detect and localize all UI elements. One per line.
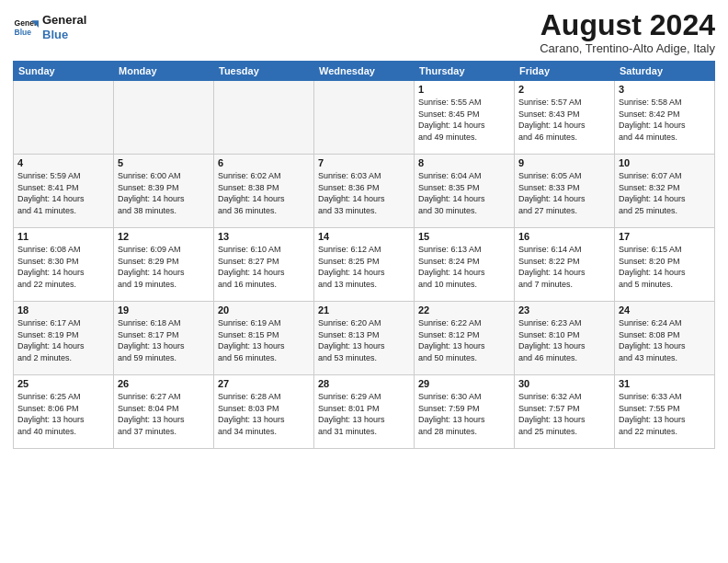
logo-icon: General Blue — [13, 15, 39, 40]
calendar-cell: 14Sunrise: 6:12 AM Sunset: 8:25 PM Dayli… — [314, 228, 415, 302]
calendar-cell: 28Sunrise: 6:29 AM Sunset: 8:01 PM Dayli… — [314, 375, 415, 449]
calendar-cell: 3Sunrise: 5:58 AM Sunset: 8:42 PM Daylig… — [615, 81, 715, 155]
weekday-header-monday: Monday — [114, 62, 214, 81]
day-number: 1 — [418, 84, 510, 95]
weekday-header-saturday: Saturday — [615, 62, 715, 81]
day-number: 31 — [619, 378, 711, 389]
day-info: Sunrise: 6:20 AM Sunset: 8:13 PM Dayligh… — [318, 317, 410, 363]
day-info: Sunrise: 6:15 AM Sunset: 8:20 PM Dayligh… — [619, 244, 711, 290]
page-header: General Blue General Blue August 2024 Ca… — [13, 9, 715, 55]
day-number: 28 — [318, 378, 410, 389]
day-number: 7 — [318, 157, 410, 168]
calendar-cell: 4Sunrise: 5:59 AM Sunset: 8:41 PM Daylig… — [14, 155, 114, 228]
calendar-cell: 22Sunrise: 6:22 AM Sunset: 8:12 PM Dayli… — [415, 302, 515, 375]
calendar-cell: 24Sunrise: 6:24 AM Sunset: 8:08 PM Dayli… — [615, 302, 715, 375]
logo-general: General — [42, 13, 86, 28]
day-number: 20 — [218, 304, 310, 316]
day-number: 10 — [619, 157, 711, 168]
day-info: Sunrise: 6:27 AM Sunset: 8:04 PM Dayligh… — [118, 391, 210, 437]
day-number: 24 — [619, 304, 711, 316]
location-subtitle: Carano, Trentino-Alto Adige, Italy — [540, 41, 715, 55]
day-info: Sunrise: 6:10 AM Sunset: 8:27 PM Dayligh… — [218, 244, 310, 290]
calendar-cell — [314, 81, 415, 155]
day-info: Sunrise: 6:07 AM Sunset: 8:32 PM Dayligh… — [619, 170, 711, 216]
svg-text:Blue: Blue — [15, 27, 32, 36]
day-info: Sunrise: 6:04 AM Sunset: 8:35 PM Dayligh… — [418, 170, 510, 216]
calendar-cell: 8Sunrise: 6:04 AM Sunset: 8:35 PM Daylig… — [415, 155, 515, 228]
calendar-cell — [14, 81, 114, 155]
calendar-week-5: 25Sunrise: 6:25 AM Sunset: 8:06 PM Dayli… — [14, 375, 715, 449]
day-number: 3 — [619, 84, 711, 95]
day-info: Sunrise: 6:22 AM Sunset: 8:12 PM Dayligh… — [418, 317, 510, 363]
calendar-cell: 7Sunrise: 6:03 AM Sunset: 8:36 PM Daylig… — [314, 155, 415, 228]
day-number: 22 — [418, 304, 510, 316]
logo: General Blue General Blue — [13, 13, 86, 41]
calendar-cell: 20Sunrise: 6:19 AM Sunset: 8:15 PM Dayli… — [214, 302, 314, 375]
day-number: 5 — [118, 157, 210, 168]
calendar-cell: 23Sunrise: 6:23 AM Sunset: 8:10 PM Dayli… — [515, 302, 615, 375]
day-info: Sunrise: 6:00 AM Sunset: 8:39 PM Dayligh… — [118, 170, 210, 216]
day-number: 25 — [17, 378, 109, 389]
weekday-header-sunday: Sunday — [14, 62, 114, 81]
calendar-cell: 6Sunrise: 6:02 AM Sunset: 8:38 PM Daylig… — [214, 155, 314, 228]
calendar-cell: 13Sunrise: 6:10 AM Sunset: 8:27 PM Dayli… — [214, 228, 314, 302]
day-number: 29 — [418, 378, 510, 389]
calendar-cell: 17Sunrise: 6:15 AM Sunset: 8:20 PM Dayli… — [615, 228, 715, 302]
weekday-header-wednesday: Wednesday — [314, 62, 415, 81]
calendar-cell: 21Sunrise: 6:20 AM Sunset: 8:13 PM Dayli… — [314, 302, 415, 375]
calendar-cell — [114, 81, 214, 155]
day-info: Sunrise: 6:03 AM Sunset: 8:36 PM Dayligh… — [318, 170, 410, 216]
day-info: Sunrise: 6:09 AM Sunset: 8:29 PM Dayligh… — [118, 244, 210, 290]
calendar-cell: 1Sunrise: 5:55 AM Sunset: 8:45 PM Daylig… — [415, 81, 515, 155]
day-number: 17 — [619, 231, 711, 242]
day-number: 19 — [118, 304, 210, 316]
calendar-cell: 25Sunrise: 6:25 AM Sunset: 8:06 PM Dayli… — [14, 375, 114, 449]
calendar-cell: 10Sunrise: 6:07 AM Sunset: 8:32 PM Dayli… — [615, 155, 715, 228]
day-info: Sunrise: 6:08 AM Sunset: 8:30 PM Dayligh… — [17, 244, 109, 290]
weekday-header-thursday: Thursday — [415, 62, 515, 81]
calendar-week-1: 1Sunrise: 5:55 AM Sunset: 8:45 PM Daylig… — [14, 81, 715, 155]
calendar-cell: 15Sunrise: 6:13 AM Sunset: 8:24 PM Dayli… — [415, 228, 515, 302]
day-info: Sunrise: 5:58 AM Sunset: 8:42 PM Dayligh… — [619, 97, 711, 143]
day-info: Sunrise: 6:24 AM Sunset: 8:08 PM Dayligh… — [619, 317, 711, 363]
calendar-week-3: 11Sunrise: 6:08 AM Sunset: 8:30 PM Dayli… — [14, 228, 715, 302]
day-number: 23 — [518, 304, 610, 316]
day-info: Sunrise: 5:59 AM Sunset: 8:41 PM Dayligh… — [17, 170, 109, 216]
day-number: 9 — [518, 157, 610, 168]
day-number: 30 — [518, 378, 610, 389]
calendar-week-4: 18Sunrise: 6:17 AM Sunset: 8:19 PM Dayli… — [14, 302, 715, 375]
day-number: 14 — [318, 231, 410, 242]
weekday-header-row: SundayMondayTuesdayWednesdayThursdayFrid… — [14, 62, 715, 81]
day-info: Sunrise: 6:02 AM Sunset: 8:38 PM Dayligh… — [218, 170, 310, 216]
calendar-cell: 29Sunrise: 6:30 AM Sunset: 7:59 PM Dayli… — [415, 375, 515, 449]
calendar-week-2: 4Sunrise: 5:59 AM Sunset: 8:41 PM Daylig… — [14, 155, 715, 228]
calendar-cell: 18Sunrise: 6:17 AM Sunset: 8:19 PM Dayli… — [14, 302, 114, 375]
month-year-title: August 2024 — [540, 9, 715, 41]
day-info: Sunrise: 6:13 AM Sunset: 8:24 PM Dayligh… — [418, 244, 510, 290]
calendar-cell: 26Sunrise: 6:27 AM Sunset: 8:04 PM Dayli… — [114, 375, 214, 449]
calendar-cell: 31Sunrise: 6:33 AM Sunset: 7:55 PM Dayli… — [615, 375, 715, 449]
day-number: 2 — [518, 84, 610, 95]
day-info: Sunrise: 6:25 AM Sunset: 8:06 PM Dayligh… — [17, 391, 109, 437]
calendar-cell: 2Sunrise: 5:57 AM Sunset: 8:43 PM Daylig… — [515, 81, 615, 155]
calendar-cell: 27Sunrise: 6:28 AM Sunset: 8:03 PM Dayli… — [214, 375, 314, 449]
weekday-header-tuesday: Tuesday — [214, 62, 314, 81]
calendar-cell: 16Sunrise: 6:14 AM Sunset: 8:22 PM Dayli… — [515, 228, 615, 302]
day-number: 27 — [218, 378, 310, 389]
day-number: 16 — [518, 231, 610, 242]
day-number: 15 — [418, 231, 510, 242]
day-info: Sunrise: 6:28 AM Sunset: 8:03 PM Dayligh… — [218, 391, 310, 437]
day-info: Sunrise: 6:23 AM Sunset: 8:10 PM Dayligh… — [518, 317, 610, 363]
day-info: Sunrise: 6:33 AM Sunset: 7:55 PM Dayligh… — [619, 391, 711, 437]
day-number: 12 — [118, 231, 210, 242]
calendar-cell: 11Sunrise: 6:08 AM Sunset: 8:30 PM Dayli… — [14, 228, 114, 302]
calendar-cell — [214, 81, 314, 155]
calendar-cell: 9Sunrise: 6:05 AM Sunset: 8:33 PM Daylig… — [515, 155, 615, 228]
day-info: Sunrise: 6:14 AM Sunset: 8:22 PM Dayligh… — [518, 244, 610, 290]
day-info: Sunrise: 6:19 AM Sunset: 8:15 PM Dayligh… — [218, 317, 310, 363]
day-number: 13 — [218, 231, 310, 242]
calendar-cell: 5Sunrise: 6:00 AM Sunset: 8:39 PM Daylig… — [114, 155, 214, 228]
day-info: Sunrise: 6:30 AM Sunset: 7:59 PM Dayligh… — [418, 391, 510, 437]
day-number: 26 — [118, 378, 210, 389]
day-info: Sunrise: 5:57 AM Sunset: 8:43 PM Dayligh… — [518, 97, 610, 143]
